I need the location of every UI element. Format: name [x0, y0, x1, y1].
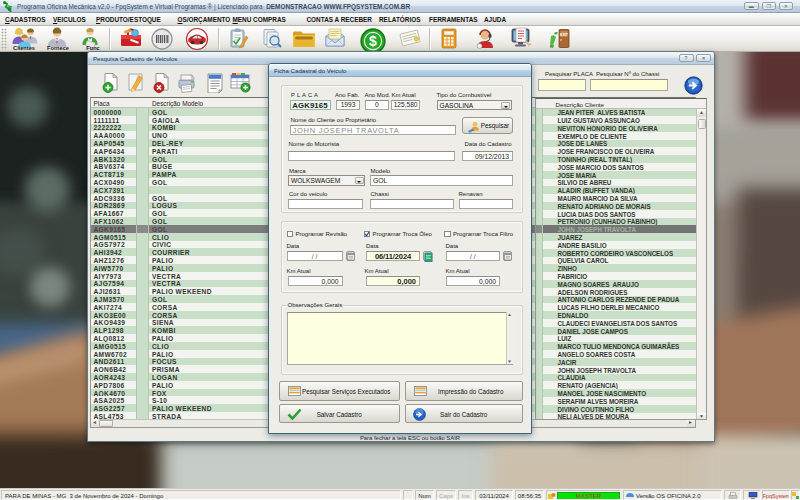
svg-text:$: $ [369, 33, 377, 49]
svg-text:EXIT: EXIT [560, 33, 569, 37]
